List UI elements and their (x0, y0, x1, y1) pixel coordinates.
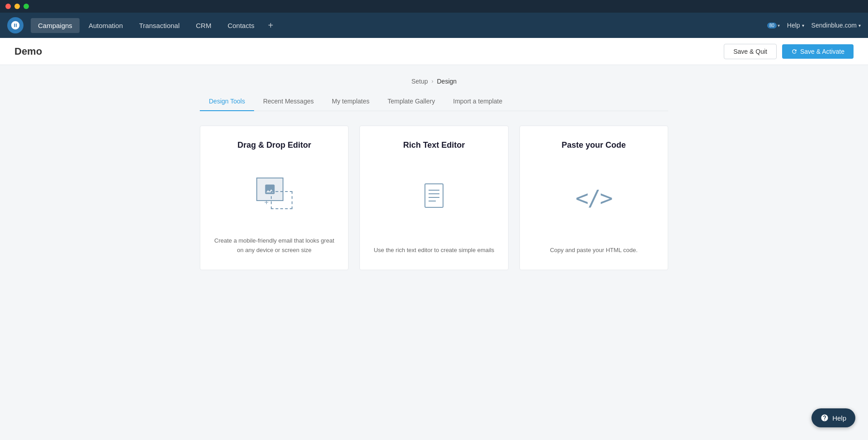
titlebar (0, 0, 868, 13)
rich-text-card[interactable]: Rich Text Editor Use the rich text edito… (359, 126, 508, 270)
tab-import-template[interactable]: Import a template (444, 92, 511, 111)
rich-text-title: Rich Text Editor (403, 140, 465, 150)
close-button[interactable] (5, 4, 11, 9)
cards-grid: Drag & Drop Editor + Create a mobile-fri… (200, 126, 668, 270)
tab-template-gallery[interactable]: Template Gallery (378, 92, 444, 111)
drag-drop-card[interactable]: Drag & Drop Editor + Create a mobile-fri… (200, 126, 349, 270)
navbar: Campaigns Automation Transactional CRM C… (0, 13, 868, 38)
rich-text-icon (418, 164, 450, 231)
help-circle-icon (821, 414, 829, 422)
nav-item-automation[interactable]: Automation (81, 18, 130, 33)
tab-design-tools[interactable]: Design Tools (200, 92, 254, 111)
code-brackets-icon: </> (576, 185, 612, 211)
paste-code-card[interactable]: Paste your Code </> Copy and paste your … (519, 126, 668, 270)
tab-recent-messages[interactable]: Recent Messages (254, 92, 323, 111)
paste-code-title: Paste your Code (561, 140, 626, 150)
page-header: Demo Save & Quit Save & Activate (0, 38, 868, 65)
page-title: Demo (14, 46, 42, 57)
save-activate-button[interactable]: Save & Activate (782, 44, 854, 59)
plus-icon: + (264, 198, 269, 206)
dashed-box (271, 191, 292, 209)
drag-drop-title: Drag & Drop Editor (237, 140, 311, 150)
svg-rect-0 (425, 184, 443, 207)
breadcrumb-area: Setup › Design (0, 65, 868, 92)
notification-bell[interactable]: 80 ▾ (764, 23, 780, 28)
main-content: Design Tools Recent Messages My template… (185, 92, 683, 270)
tabs: Design Tools Recent Messages My template… (200, 92, 668, 111)
help-fab-button[interactable]: Help (811, 408, 855, 427)
maximize-button[interactable] (24, 4, 29, 9)
save-activate-label: Save & Activate (800, 48, 844, 55)
save-quit-button[interactable]: Save & Quit (724, 44, 777, 59)
breadcrumb-design: Design (437, 78, 457, 85)
help-dropdown[interactable]: Help (787, 22, 804, 29)
app-logo[interactable] (7, 17, 24, 33)
notification-badge: 80 (767, 23, 777, 28)
logo-icon (10, 20, 20, 30)
account-dropdown[interactable]: Sendinblue.com (811, 22, 861, 29)
bell-dropdown-arrow: ▾ (778, 23, 780, 28)
nav-item-campaigns[interactable]: Campaigns (31, 18, 80, 33)
refresh-icon (791, 48, 797, 55)
breadcrumb-setup[interactable]: Setup (411, 78, 428, 85)
nav-right: 80 ▾ Help Sendinblue.com (764, 22, 861, 29)
minimize-button[interactable] (14, 4, 20, 9)
help-fab-label: Help (832, 414, 846, 422)
paste-code-description: Copy and paste your HTML code. (550, 246, 637, 255)
nav-item-crm[interactable]: CRM (189, 18, 218, 33)
nav-add-button[interactable]: + (264, 17, 278, 34)
breadcrumb: Setup › Design (411, 78, 457, 85)
header-actions: Save & Quit Save & Activate (724, 44, 854, 59)
rich-text-description: Use the rich text editor to create simpl… (374, 246, 495, 255)
nav-item-transactional[interactable]: Transactional (132, 18, 187, 33)
tab-my-templates[interactable]: My templates (323, 92, 378, 111)
nav-item-contacts[interactable]: Contacts (220, 18, 261, 33)
nav-items: Campaigns Automation Transactional CRM C… (31, 17, 764, 34)
drag-drop-icon: + (256, 164, 292, 222)
breadcrumb-separator: › (432, 78, 434, 84)
code-icon: </> (576, 164, 612, 231)
drag-drop-description: Create a mobile-friendly email that look… (211, 236, 337, 255)
